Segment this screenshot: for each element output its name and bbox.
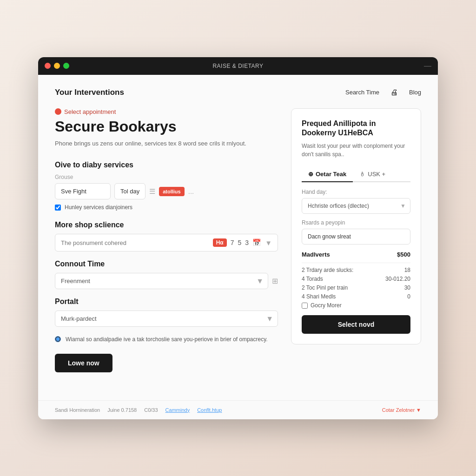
candle-icon: 🕯 [359,171,365,178]
page-title: Secure Bookarys [55,118,278,135]
group-label: Grouse [55,174,278,180]
row2-value: 30-012.20 [385,276,410,282]
card-subtitle: Wasit lost your peur with conploment you… [302,142,410,159]
price-row3: 2 Toc Pinl per train 30 [302,284,410,291]
brand-logo: Your Interventions [55,88,124,97]
privacy-text: Wiarnal so andialpadie ive a tak torchos… [66,335,268,344]
frequency-select[interactable]: Freenment [55,273,268,289]
community-link[interactable]: Cammindy [165,407,190,413]
maximize-button[interactable] [63,63,69,69]
count2: 5 [238,239,242,246]
titlebar: RAISE & DIETARY — [38,57,438,75]
madlverts-label: Madlverts [302,251,330,258]
row4-value: 0 [407,293,410,300]
frequency-row: Freenment ▼ ⊞ [55,273,278,289]
left-column: Select appointment Secure Bookarys Phone… [55,108,278,373]
row1-value: 18 [404,267,410,273]
pricing-amount: $500 [397,251,410,258]
price-row4: 4 Shari Medls 0 [302,293,410,300]
right-column: Prequed Anillipota in Dookerny U1HeBCA W… [291,108,421,373]
footer-info3: C0/33 [144,407,158,413]
section2-title: More shop sclience [55,221,278,229]
row4-label: 4 Shari Medls [302,293,336,300]
section3: Connout Time Freenment ▼ ⊞ [55,260,278,289]
row1-label: 2 Trdary arde slucks: [302,267,353,273]
nav-links: Search Time 🖨 Blog [345,88,421,97]
footer-left: Sandi Hornineration Juine 0.7158 C0/33 C… [55,407,222,413]
calendar-icon[interactable]: 📅 [252,238,261,247]
count-badge: Hα [213,238,227,247]
footer-right-link[interactable]: Cotar Zelotner ▼ [382,407,421,413]
hand-day-select[interactable]: Hchriste orfices (dlectec) [302,198,410,214]
page-content: Your Interventions Search Time 🖨 Blog Se… [38,75,438,400]
multipart-select[interactable]: Murk-pardect [55,311,278,327]
page-subtitle: Phone brings us zens our online, service… [55,139,278,148]
app-window: RAISE & DIETARY — Your Interventions Sea… [38,57,438,419]
more-checkbox[interactable] [302,303,308,309]
close-button[interactable] [45,63,51,69]
plus-icon: ⊕ [308,171,313,178]
step-dot-icon [55,108,61,115]
privacy-radio[interactable] [55,336,61,342]
checkbox-label1: Hunley services dianjoiners [65,204,132,211]
more-checkbox-row: Gocry Morer [302,302,410,309]
privacy-row: Wiarnal so andialpadie ive a tak torchos… [55,335,278,344]
minimize-icon[interactable]: — [424,62,431,70]
checkbox-row1: Hunley services dianjoiners [55,204,278,211]
frequency-select-wrapper: Freenment ▼ [55,273,268,289]
tab-usk[interactable]: 🕯 USK + [353,167,392,182]
traffic-lights [45,63,69,69]
count3: 3 [245,239,249,246]
config-link[interactable]: Conflt.htup [197,407,222,413]
requests-label: Rsards a peyopin [302,219,410,226]
pricing-header: Madlverts $500 [302,251,410,258]
select-now-button[interactable]: Select novd [302,315,410,334]
submit-button[interactable]: Lowe now [55,354,112,372]
step-text: Select appointment [64,108,116,115]
row2-label: 4 Torads [302,276,323,282]
end-date-input[interactable]: Tol day [114,183,145,199]
card-tabs: ⊕ Oetar Teak 🕯 USK + [302,167,410,182]
services-checkbox[interactable] [55,205,61,211]
booking-card: Prequed Anillipota in Dookerny U1HeBCA W… [291,108,421,345]
hand-day-select-wrapper: Hchriste orfices (dlectec) ▼ [302,198,410,214]
minimize-button[interactable] [54,63,60,69]
start-date-input[interactable]: Sve Fight [55,183,111,199]
count1: 7 [231,239,234,246]
grid-icon[interactable]: ⊞ [272,277,278,285]
row3-label: 2 Toc Pinl per train [302,284,348,291]
section4: Portalt Murk-pardect ▼ [55,298,278,327]
appointment-input[interactable] [61,239,209,246]
pricing-divider [302,263,410,263]
more-label: Gocry Morer [311,302,342,309]
section2: More shop sclience Hα 7 5 3 📅 ▼ [55,221,278,251]
tab2-label: USK + [368,171,385,178]
main-layout: Select appointment Secure Bookarys Phone… [55,108,421,373]
window-title: RAISE & DIETARY [212,63,263,69]
appointment-input-row[interactable]: Hα 7 5 3 📅 ▼ [55,234,278,251]
requests-input[interactable] [302,229,410,245]
row3-value: 30 [404,284,410,291]
price-row2: 4 Torads 30-012.20 [302,276,410,282]
section4-title: Portalt [55,298,278,306]
section3-title: Connout Time [55,260,278,268]
footer: Sandi Hornineration Juine 0.7158 C0/33 C… [38,400,438,419]
search-time-link[interactable]: Search Time [345,89,379,96]
price-row1: 2 Trdary arde slucks: 18 [302,267,410,273]
multipart-select-wrapper: Murk-pardect ▼ [55,311,278,327]
more-icon[interactable]: ... [188,187,194,195]
list-icon[interactable]: ☰ [149,187,155,196]
card-title: Prequed Anillipota in Dookerny U1HeBCA [302,119,410,139]
filter-icon[interactable]: ▼ [265,239,272,247]
blog-link[interactable]: Blog [409,89,421,96]
footer-info1: Sandi Hornineration [55,407,100,413]
step-label: Select appointment [55,108,278,115]
footer-info2: Juine 0.7158 [107,407,137,413]
top-nav: Your Interventions Search Time 🖨 Blog [55,88,421,97]
tab-oetar-teak[interactable]: ⊕ Oetar Teak [302,167,353,182]
section1: Oive to diaby services Grouse Sve Fight … [55,161,278,211]
hand-day-label: Hand day: [302,189,410,195]
section1-title: Oive to diaby services [55,161,278,169]
tab1-label: Oetar Teak [316,171,346,178]
status-badge: atollius [159,187,185,196]
